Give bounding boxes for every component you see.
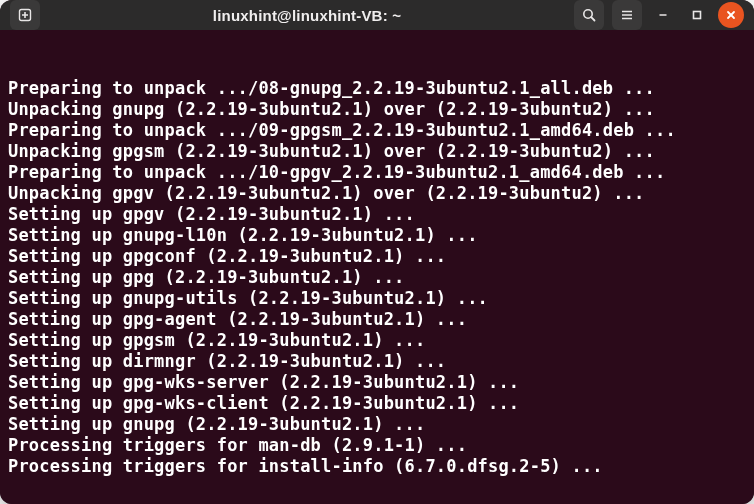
terminal-line: Unpacking gpgv (2.2.19-3ubuntu2.1) over … bbox=[8, 183, 746, 204]
terminal-line: Setting up dirmngr (2.2.19-3ubuntu2.1) .… bbox=[8, 351, 746, 372]
terminal-line: Setting up gnupg-l10n (2.2.19-3ubuntu2.1… bbox=[8, 225, 746, 246]
terminal-line: Preparing to unpack .../10-gpgv_2.2.19-3… bbox=[8, 162, 746, 183]
terminal-line: Unpacking gnupg (2.2.19-3ubuntu2.1) over… bbox=[8, 99, 746, 120]
maximize-icon bbox=[691, 9, 703, 21]
terminal-line: Processing triggers for man-db (2.9.1-1)… bbox=[8, 435, 746, 456]
terminal-viewport[interactable]: Preparing to unpack .../08-gnupg_2.2.19-… bbox=[0, 30, 754, 504]
svg-line-4 bbox=[591, 17, 594, 20]
terminal-line: Setting up gpg-agent (2.2.19-3ubuntu2.1)… bbox=[8, 309, 746, 330]
close-button[interactable] bbox=[718, 2, 744, 28]
hamburger-icon bbox=[619, 7, 635, 23]
terminal-window: linuxhint@linuxhint-VB: ~ bbox=[0, 0, 754, 504]
new-tab-button[interactable] bbox=[10, 0, 40, 30]
terminal-output: Preparing to unpack .../08-gnupg_2.2.19-… bbox=[8, 78, 746, 477]
terminal-line: Setting up gpg (2.2.19-3ubuntu2.1) ... bbox=[8, 267, 746, 288]
close-icon bbox=[725, 9, 737, 21]
window-title: linuxhint@linuxhint-VB: ~ bbox=[48, 7, 566, 24]
minimize-button[interactable] bbox=[650, 2, 676, 28]
minimize-icon bbox=[657, 9, 669, 21]
terminal-line: Unpacking gpgsm (2.2.19-3ubuntu2.1) over… bbox=[8, 141, 746, 162]
terminal-line: Preparing to unpack .../09-gpgsm_2.2.19-… bbox=[8, 120, 746, 141]
new-tab-icon bbox=[17, 7, 33, 23]
terminal-line: Setting up gnupg (2.2.19-3ubuntu2.1) ... bbox=[8, 414, 746, 435]
terminal-line: Setting up gpgconf (2.2.19-3ubuntu2.1) .… bbox=[8, 246, 746, 267]
terminal-line: Setting up gpg-wks-server (2.2.19-3ubunt… bbox=[8, 372, 746, 393]
search-icon bbox=[581, 7, 597, 23]
terminal-line: Preparing to unpack .../08-gnupg_2.2.19-… bbox=[8, 78, 746, 99]
terminal-scrollbar[interactable] bbox=[740, 30, 752, 504]
terminal-line: Setting up gnupg-utils (2.2.19-3ubuntu2.… bbox=[8, 288, 746, 309]
terminal-line: Setting up gpgsm (2.2.19-3ubuntu2.1) ... bbox=[8, 330, 746, 351]
terminal-line: Processing triggers for install-info (6.… bbox=[8, 456, 746, 477]
terminal-line: Setting up gpgv (2.2.19-3ubuntu2.1) ... bbox=[8, 204, 746, 225]
search-button[interactable] bbox=[574, 0, 604, 30]
titlebar: linuxhint@linuxhint-VB: ~ bbox=[0, 0, 754, 30]
hamburger-menu-button[interactable] bbox=[612, 0, 642, 30]
terminal-line: Setting up gpg-wks-client (2.2.19-3ubunt… bbox=[8, 393, 746, 414]
scrollbar-track bbox=[742, 34, 752, 504]
svg-rect-9 bbox=[694, 12, 701, 19]
maximize-button[interactable] bbox=[684, 2, 710, 28]
